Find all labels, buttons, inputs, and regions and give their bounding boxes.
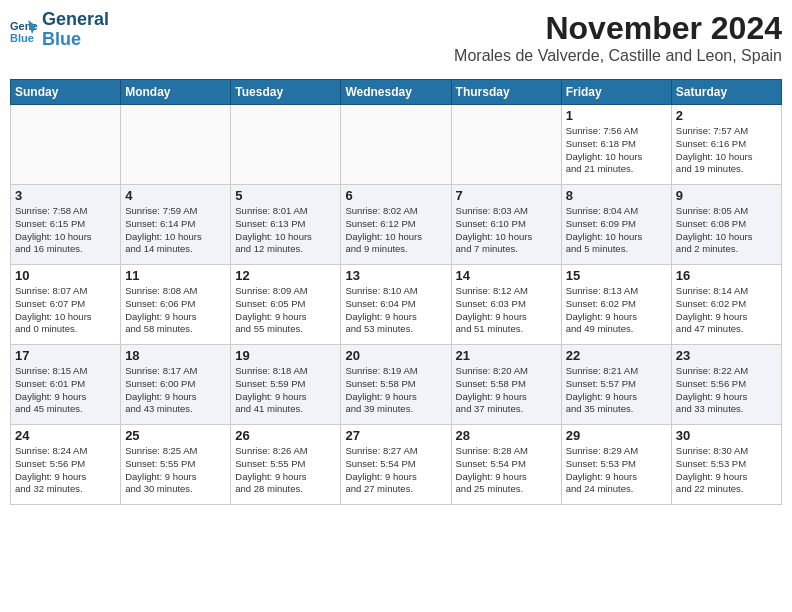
calendar-day-cell: 27Sunrise: 8:27 AM Sunset: 5:54 PM Dayli… xyxy=(341,425,451,505)
day-number: 16 xyxy=(676,268,777,283)
calendar-day-cell: 25Sunrise: 8:25 AM Sunset: 5:55 PM Dayli… xyxy=(121,425,231,505)
calendar-week-row: 3Sunrise: 7:58 AM Sunset: 6:15 PM Daylig… xyxy=(11,185,782,265)
logo: General Blue General Blue xyxy=(10,10,109,50)
day-number: 17 xyxy=(15,348,116,363)
weekday-header-sunday: Sunday xyxy=(11,80,121,105)
calendar-day-cell: 26Sunrise: 8:26 AM Sunset: 5:55 PM Dayli… xyxy=(231,425,341,505)
calendar-day-cell xyxy=(451,105,561,185)
logo-icon: General Blue xyxy=(10,16,38,44)
day-info: Sunrise: 8:04 AM Sunset: 6:09 PM Dayligh… xyxy=(566,205,667,256)
weekday-header-row: SundayMondayTuesdayWednesdayThursdayFrid… xyxy=(11,80,782,105)
day-info: Sunrise: 7:57 AM Sunset: 6:16 PM Dayligh… xyxy=(676,125,777,176)
day-number: 25 xyxy=(125,428,226,443)
day-info: Sunrise: 8:29 AM Sunset: 5:53 PM Dayligh… xyxy=(566,445,667,496)
calendar-day-cell: 15Sunrise: 8:13 AM Sunset: 6:02 PM Dayli… xyxy=(561,265,671,345)
calendar-week-row: 17Sunrise: 8:15 AM Sunset: 6:01 PM Dayli… xyxy=(11,345,782,425)
day-info: Sunrise: 8:20 AM Sunset: 5:58 PM Dayligh… xyxy=(456,365,557,416)
day-info: Sunrise: 8:21 AM Sunset: 5:57 PM Dayligh… xyxy=(566,365,667,416)
calendar-day-cell: 21Sunrise: 8:20 AM Sunset: 5:58 PM Dayli… xyxy=(451,345,561,425)
day-info: Sunrise: 8:03 AM Sunset: 6:10 PM Dayligh… xyxy=(456,205,557,256)
day-number: 28 xyxy=(456,428,557,443)
day-number: 9 xyxy=(676,188,777,203)
day-info: Sunrise: 8:02 AM Sunset: 6:12 PM Dayligh… xyxy=(345,205,446,256)
day-number: 12 xyxy=(235,268,336,283)
day-info: Sunrise: 7:58 AM Sunset: 6:15 PM Dayligh… xyxy=(15,205,116,256)
month-title: November 2024 xyxy=(454,10,782,47)
day-info: Sunrise: 8:28 AM Sunset: 5:54 PM Dayligh… xyxy=(456,445,557,496)
calendar-day-cell: 2Sunrise: 7:57 AM Sunset: 6:16 PM Daylig… xyxy=(671,105,781,185)
calendar-day-cell xyxy=(231,105,341,185)
day-info: Sunrise: 8:12 AM Sunset: 6:03 PM Dayligh… xyxy=(456,285,557,336)
calendar-day-cell: 16Sunrise: 8:14 AM Sunset: 6:02 PM Dayli… xyxy=(671,265,781,345)
day-number: 4 xyxy=(125,188,226,203)
day-info: Sunrise: 8:26 AM Sunset: 5:55 PM Dayligh… xyxy=(235,445,336,496)
calendar-table: SundayMondayTuesdayWednesdayThursdayFrid… xyxy=(10,79,782,505)
calendar-week-row: 10Sunrise: 8:07 AM Sunset: 6:07 PM Dayli… xyxy=(11,265,782,345)
day-number: 13 xyxy=(345,268,446,283)
calendar-day-cell: 18Sunrise: 8:17 AM Sunset: 6:00 PM Dayli… xyxy=(121,345,231,425)
day-info: Sunrise: 8:07 AM Sunset: 6:07 PM Dayligh… xyxy=(15,285,116,336)
day-number: 21 xyxy=(456,348,557,363)
calendar-day-cell: 5Sunrise: 8:01 AM Sunset: 6:13 PM Daylig… xyxy=(231,185,341,265)
day-info: Sunrise: 7:56 AM Sunset: 6:18 PM Dayligh… xyxy=(566,125,667,176)
day-info: Sunrise: 8:09 AM Sunset: 6:05 PM Dayligh… xyxy=(235,285,336,336)
day-info: Sunrise: 8:14 AM Sunset: 6:02 PM Dayligh… xyxy=(676,285,777,336)
calendar-day-cell: 10Sunrise: 8:07 AM Sunset: 6:07 PM Dayli… xyxy=(11,265,121,345)
weekday-header-wednesday: Wednesday xyxy=(341,80,451,105)
day-info: Sunrise: 8:22 AM Sunset: 5:56 PM Dayligh… xyxy=(676,365,777,416)
calendar-day-cell xyxy=(341,105,451,185)
calendar-day-cell xyxy=(121,105,231,185)
day-info: Sunrise: 8:05 AM Sunset: 6:08 PM Dayligh… xyxy=(676,205,777,256)
svg-text:Blue: Blue xyxy=(10,32,34,44)
day-number: 30 xyxy=(676,428,777,443)
calendar-day-cell: 29Sunrise: 8:29 AM Sunset: 5:53 PM Dayli… xyxy=(561,425,671,505)
calendar-day-cell: 28Sunrise: 8:28 AM Sunset: 5:54 PM Dayli… xyxy=(451,425,561,505)
location-title: Morales de Valverde, Castille and Leon, … xyxy=(454,47,782,65)
weekday-header-thursday: Thursday xyxy=(451,80,561,105)
calendar-day-cell: 1Sunrise: 7:56 AM Sunset: 6:18 PM Daylig… xyxy=(561,105,671,185)
day-info: Sunrise: 8:15 AM Sunset: 6:01 PM Dayligh… xyxy=(15,365,116,416)
calendar-day-cell: 6Sunrise: 8:02 AM Sunset: 6:12 PM Daylig… xyxy=(341,185,451,265)
day-number: 20 xyxy=(345,348,446,363)
day-info: Sunrise: 8:10 AM Sunset: 6:04 PM Dayligh… xyxy=(345,285,446,336)
day-info: Sunrise: 8:01 AM Sunset: 6:13 PM Dayligh… xyxy=(235,205,336,256)
day-number: 19 xyxy=(235,348,336,363)
day-info: Sunrise: 8:08 AM Sunset: 6:06 PM Dayligh… xyxy=(125,285,226,336)
calendar-day-cell: 30Sunrise: 8:30 AM Sunset: 5:53 PM Dayli… xyxy=(671,425,781,505)
day-info: Sunrise: 8:25 AM Sunset: 5:55 PM Dayligh… xyxy=(125,445,226,496)
day-info: Sunrise: 8:18 AM Sunset: 5:59 PM Dayligh… xyxy=(235,365,336,416)
weekday-header-saturday: Saturday xyxy=(671,80,781,105)
calendar-day-cell: 20Sunrise: 8:19 AM Sunset: 5:58 PM Dayli… xyxy=(341,345,451,425)
day-number: 23 xyxy=(676,348,777,363)
day-info: Sunrise: 8:30 AM Sunset: 5:53 PM Dayligh… xyxy=(676,445,777,496)
day-number: 11 xyxy=(125,268,226,283)
day-number: 3 xyxy=(15,188,116,203)
weekday-header-friday: Friday xyxy=(561,80,671,105)
day-number: 8 xyxy=(566,188,667,203)
calendar-day-cell: 19Sunrise: 8:18 AM Sunset: 5:59 PM Dayli… xyxy=(231,345,341,425)
day-number: 24 xyxy=(15,428,116,443)
calendar-day-cell: 17Sunrise: 8:15 AM Sunset: 6:01 PM Dayli… xyxy=(11,345,121,425)
calendar-day-cell: 8Sunrise: 8:04 AM Sunset: 6:09 PM Daylig… xyxy=(561,185,671,265)
page-header: General Blue General Blue November 2024 … xyxy=(10,10,782,73)
calendar-day-cell: 14Sunrise: 8:12 AM Sunset: 6:03 PM Dayli… xyxy=(451,265,561,345)
calendar-day-cell: 11Sunrise: 8:08 AM Sunset: 6:06 PM Dayli… xyxy=(121,265,231,345)
day-number: 1 xyxy=(566,108,667,123)
day-info: Sunrise: 8:19 AM Sunset: 5:58 PM Dayligh… xyxy=(345,365,446,416)
day-number: 22 xyxy=(566,348,667,363)
title-section: November 2024 Morales de Valverde, Casti… xyxy=(454,10,782,71)
logo-text-line1: General xyxy=(42,10,109,30)
day-info: Sunrise: 8:13 AM Sunset: 6:02 PM Dayligh… xyxy=(566,285,667,336)
day-number: 15 xyxy=(566,268,667,283)
calendar-day-cell: 9Sunrise: 8:05 AM Sunset: 6:08 PM Daylig… xyxy=(671,185,781,265)
day-number: 14 xyxy=(456,268,557,283)
calendar-day-cell: 13Sunrise: 8:10 AM Sunset: 6:04 PM Dayli… xyxy=(341,265,451,345)
weekday-header-monday: Monday xyxy=(121,80,231,105)
calendar-week-row: 24Sunrise: 8:24 AM Sunset: 5:56 PM Dayli… xyxy=(11,425,782,505)
logo-text-line2: Blue xyxy=(42,30,109,50)
day-info: Sunrise: 8:24 AM Sunset: 5:56 PM Dayligh… xyxy=(15,445,116,496)
calendar-day-cell xyxy=(11,105,121,185)
day-number: 2 xyxy=(676,108,777,123)
day-number: 29 xyxy=(566,428,667,443)
day-info: Sunrise: 7:59 AM Sunset: 6:14 PM Dayligh… xyxy=(125,205,226,256)
